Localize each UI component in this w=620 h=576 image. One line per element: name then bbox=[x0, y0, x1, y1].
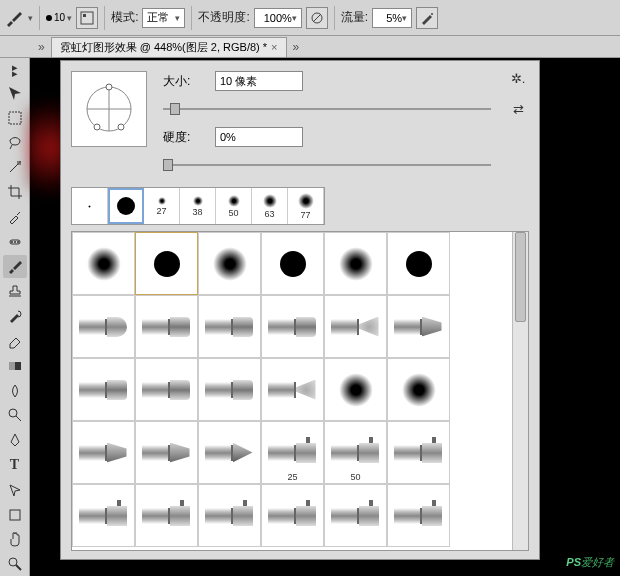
brush-preset-chip[interactable]: 10 ▾ bbox=[46, 12, 72, 23]
scroll-thumb[interactable] bbox=[515, 232, 526, 322]
brush-preset-63[interactable]: 63 bbox=[252, 188, 288, 224]
brush-cell-chisel[interactable] bbox=[387, 295, 450, 358]
svg-point-5 bbox=[19, 161, 21, 163]
svg-point-20 bbox=[118, 124, 124, 130]
brush-cell-soft[interactable] bbox=[387, 358, 450, 421]
brush-cell-flat[interactable] bbox=[261, 295, 324, 358]
svg-rect-13 bbox=[10, 510, 20, 520]
brush-cell-soft[interactable] bbox=[72, 232, 135, 295]
opacity-pressure-button[interactable] bbox=[306, 7, 328, 29]
brush-cell-air[interactable] bbox=[261, 484, 324, 547]
brush-cell-flat[interactable] bbox=[135, 295, 198, 358]
brush-cell-air[interactable] bbox=[135, 484, 198, 547]
brush-quick-presets: 2738506377 bbox=[71, 187, 325, 225]
brush-cell-air[interactable] bbox=[324, 484, 387, 547]
type-tool[interactable]: T bbox=[3, 453, 27, 477]
divider bbox=[104, 6, 105, 30]
healing-tool[interactable] bbox=[3, 230, 27, 254]
brush-preset-38[interactable]: 38 bbox=[180, 188, 216, 224]
size-label: 大小: bbox=[163, 73, 207, 90]
svg-point-12 bbox=[9, 409, 17, 417]
airbrush-button[interactable] bbox=[416, 7, 438, 29]
flow-input[interactable]: 5% ▾ bbox=[372, 8, 412, 28]
pen-tool[interactable] bbox=[3, 428, 27, 452]
svg-point-19 bbox=[94, 124, 100, 130]
chevron-down-icon: ▾ bbox=[175, 13, 180, 23]
brush-preset-0[interactable] bbox=[72, 188, 108, 224]
brush-cell-flat[interactable] bbox=[198, 358, 261, 421]
brush-cell-fan[interactable] bbox=[324, 295, 387, 358]
brush-cell-soft[interactable] bbox=[324, 232, 387, 295]
chevron-down-icon[interactable]: ▾ bbox=[28, 13, 33, 23]
swap-icon[interactable]: ⇄ bbox=[513, 102, 524, 117]
brush-hardness-slider[interactable] bbox=[163, 157, 491, 173]
brush-cell-soft[interactable] bbox=[324, 358, 387, 421]
brush-preset-1[interactable] bbox=[108, 188, 144, 224]
chevron-down-icon: ▾ bbox=[67, 13, 72, 23]
marquee-tool[interactable] bbox=[3, 106, 27, 130]
svg-point-7 bbox=[11, 241, 13, 243]
brush-cell-pencil[interactable] bbox=[198, 421, 261, 484]
more-tabs-icon[interactable]: » bbox=[293, 40, 300, 54]
brush-settings-panel: 大小: 10 像素 硬度: 0% ✲. ⇄ 2738506377 2550 bbox=[60, 60, 540, 560]
opacity-input[interactable]: 100% ▾ bbox=[254, 8, 302, 28]
brush-size-number: 10 bbox=[54, 12, 65, 23]
blend-mode-dropdown[interactable]: 正常 ▾ bbox=[142, 8, 185, 28]
brush-cell-flat[interactable] bbox=[72, 358, 135, 421]
crop-tool[interactable] bbox=[3, 180, 27, 204]
brush-cell-air[interactable]: 25 bbox=[261, 421, 324, 484]
brush-cell-air[interactable] bbox=[387, 421, 450, 484]
brush-cell-round[interactable] bbox=[72, 295, 135, 358]
brush-panel-toggle-button[interactable] bbox=[76, 7, 98, 29]
shape-tool[interactable] bbox=[3, 503, 27, 527]
lasso-tool[interactable] bbox=[3, 130, 27, 154]
brush-cell-air[interactable]: 50 bbox=[324, 421, 387, 484]
path-select-tool[interactable] bbox=[3, 478, 27, 502]
scrollbar[interactable] bbox=[512, 232, 528, 550]
brush-preview bbox=[71, 71, 147, 147]
opacity-label: 不透明度: bbox=[198, 9, 249, 26]
brush-size-input[interactable]: 10 像素 bbox=[215, 71, 303, 91]
chevron-down-icon: ▾ bbox=[402, 13, 407, 23]
brush-cell-air[interactable] bbox=[72, 484, 135, 547]
document-tab[interactable]: 霓虹灯图形效果 @ 448%(图层 2, RGB/8) * × bbox=[51, 37, 287, 57]
move-tool[interactable] bbox=[3, 81, 27, 105]
brush-tool[interactable] bbox=[3, 255, 27, 279]
collapse-tools-button[interactable]: ▸▸ bbox=[3, 60, 27, 80]
brush-hardness-input[interactable]: 0% bbox=[215, 127, 303, 147]
history-brush-tool[interactable] bbox=[3, 304, 27, 328]
zoom-tool[interactable] bbox=[3, 552, 27, 576]
brush-preset-50[interactable]: 50 bbox=[216, 188, 252, 224]
gradient-tool[interactable] bbox=[3, 354, 27, 378]
mode-label: 模式: bbox=[111, 9, 138, 26]
watermark: PS爱好者 bbox=[566, 552, 614, 570]
brush-cell-chisel[interactable] bbox=[72, 421, 135, 484]
eraser-tool[interactable] bbox=[3, 329, 27, 353]
brush-cell-hard[interactable] bbox=[135, 232, 198, 295]
dodge-tool[interactable] bbox=[3, 403, 27, 427]
brush-cell-air[interactable] bbox=[198, 484, 261, 547]
close-icon[interactable]: × bbox=[271, 41, 277, 53]
brush-tool-icon[interactable] bbox=[4, 8, 24, 28]
eyedropper-tool[interactable] bbox=[3, 205, 27, 229]
brush-cell-fan[interactable] bbox=[261, 358, 324, 421]
brush-cell-air[interactable] bbox=[387, 484, 450, 547]
brush-cell-hard[interactable] bbox=[387, 232, 450, 295]
brush-cell-chisel[interactable] bbox=[135, 421, 198, 484]
blur-tool[interactable] bbox=[3, 379, 27, 403]
gear-icon[interactable]: ✲. bbox=[511, 71, 526, 86]
brush-preset-77[interactable]: 77 bbox=[288, 188, 324, 224]
brush-cell-flat[interactable] bbox=[198, 295, 261, 358]
brush-preset-27[interactable]: 27 bbox=[144, 188, 180, 224]
magic-wand-tool[interactable] bbox=[3, 155, 27, 179]
brush-grid: 2550 bbox=[72, 232, 512, 550]
brush-cell-soft[interactable] bbox=[198, 232, 261, 295]
brush-cell-hard[interactable] bbox=[261, 232, 324, 295]
expand-tabs-icon[interactable]: » bbox=[38, 40, 45, 54]
brush-size-slider[interactable] bbox=[163, 101, 491, 117]
brush-cell-flat[interactable] bbox=[135, 358, 198, 421]
stamp-tool[interactable] bbox=[3, 279, 27, 303]
divider bbox=[39, 6, 40, 30]
hand-tool[interactable] bbox=[3, 527, 27, 551]
svg-rect-4 bbox=[9, 112, 21, 124]
